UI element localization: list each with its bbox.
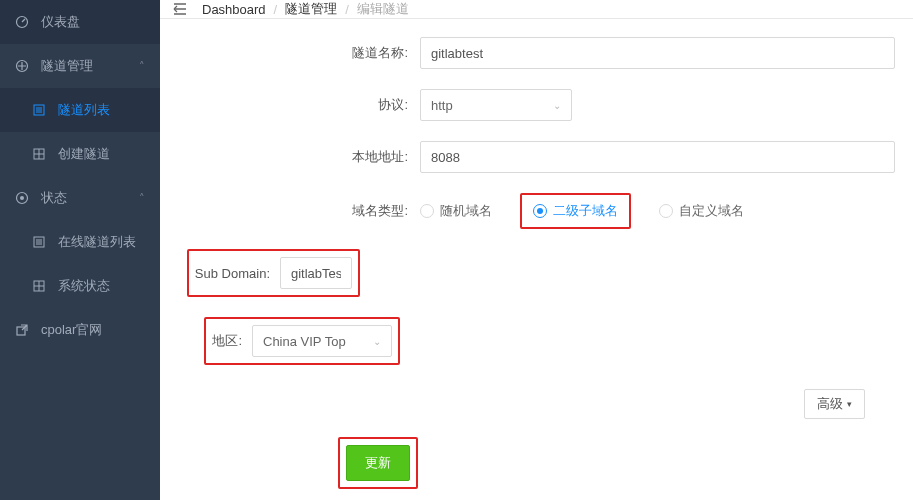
sidebar-item-label: 创建隧道 [58,145,145,163]
topbar: Dashboard / 隧道管理 / 编辑隧道 [160,0,913,19]
sidebar-item-status[interactable]: 状态 ˄ [0,176,160,220]
radio-custom-domain[interactable]: 自定义域名 [659,202,744,220]
update-button[interactable]: 更新 [346,445,410,481]
tunnel-icon [15,59,29,73]
highlight-box: 二级子域名 [520,193,631,229]
domain-type-radio-group: 随机域名 二级子域名 自定义域名 [420,193,895,229]
protocol-label: 协议: [160,96,420,114]
radio-random-domain[interactable]: 随机域名 [420,202,492,220]
sidebar-item-label: 仪表盘 [41,13,145,31]
dashboard-icon [15,15,29,29]
grid-icon [32,147,46,161]
radio-dot [420,204,434,218]
highlight-box: Sub Domain: [187,249,360,297]
local-addr-input[interactable] [420,141,895,173]
radio-label: 自定义域名 [679,202,744,220]
sidebar-item-cpolar-site[interactable]: cpolar官网 [0,308,160,352]
breadcrumb: Dashboard / 隧道管理 / 编辑隧道 [202,0,409,18]
caret-down-icon: ▾ [847,399,852,409]
svg-point-5 [20,196,24,200]
grid-icon [32,279,46,293]
sidebar-item-tunnel-list[interactable]: 隧道列表 [0,88,160,132]
chevron-up-icon: ˄ [139,192,145,205]
radio-label: 二级子域名 [553,202,618,220]
sidebar-item-label: 隧道管理 [41,57,139,75]
radio-dot [533,204,547,218]
status-icon [15,191,29,205]
advanced-button[interactable]: 高级 ▾ [804,389,865,419]
breadcrumb-sep: / [274,2,278,17]
external-icon [15,323,29,337]
highlight-box: 更新 [338,437,418,489]
radio-label: 随机域名 [440,202,492,220]
breadcrumb-item[interactable]: 隧道管理 [285,0,337,18]
form-content: 隧道名称: 协议: http ⌄ 本地地址: 域名类型: [160,19,913,500]
tunnel-name-label: 隧道名称: [160,44,420,62]
sidebar-item-label: 隧道列表 [58,101,145,119]
domain-type-label: 域名类型: [160,202,420,220]
sidebar-item-create-tunnel[interactable]: 创建隧道 [0,132,160,176]
region-value: China VIP Top [263,334,346,349]
chevron-down-icon: ⌄ [373,336,381,347]
region-label: 地区: [212,332,242,350]
subdomain-label: Sub Domain: [195,266,270,281]
advanced-label: 高级 [817,395,843,413]
menu-toggle-icon[interactable] [172,1,188,17]
sidebar-item-label: cpolar官网 [41,321,145,339]
breadcrumb-item[interactable]: Dashboard [202,2,266,17]
region-select[interactable]: China VIP Top ⌄ [252,325,392,357]
main: Dashboard / 隧道管理 / 编辑隧道 隧道名称: 协议: http ⌄ [160,0,913,500]
sidebar-item-dashboard[interactable]: 仪表盘 [0,0,160,44]
sidebar-item-label: 状态 [41,189,139,207]
radio-dot [659,204,673,218]
protocol-value: http [431,98,453,113]
chevron-up-icon: ˄ [139,60,145,73]
list-icon [32,103,46,117]
highlight-box: 地区: China VIP Top ⌄ [204,317,400,365]
chevron-down-icon: ⌄ [553,100,561,111]
list-icon [32,235,46,249]
local-addr-label: 本地地址: [160,148,420,166]
sidebar-item-tunnel-manage[interactable]: 隧道管理 ˄ [0,44,160,88]
breadcrumb-sep: / [345,2,349,17]
protocol-select[interactable]: http ⌄ [420,89,572,121]
radio-subdomain[interactable]: 二级子域名 [525,198,626,224]
update-label: 更新 [365,455,391,470]
tunnel-name-input[interactable] [420,37,895,69]
breadcrumb-item: 编辑隧道 [357,0,409,18]
subdomain-input[interactable] [280,257,352,289]
